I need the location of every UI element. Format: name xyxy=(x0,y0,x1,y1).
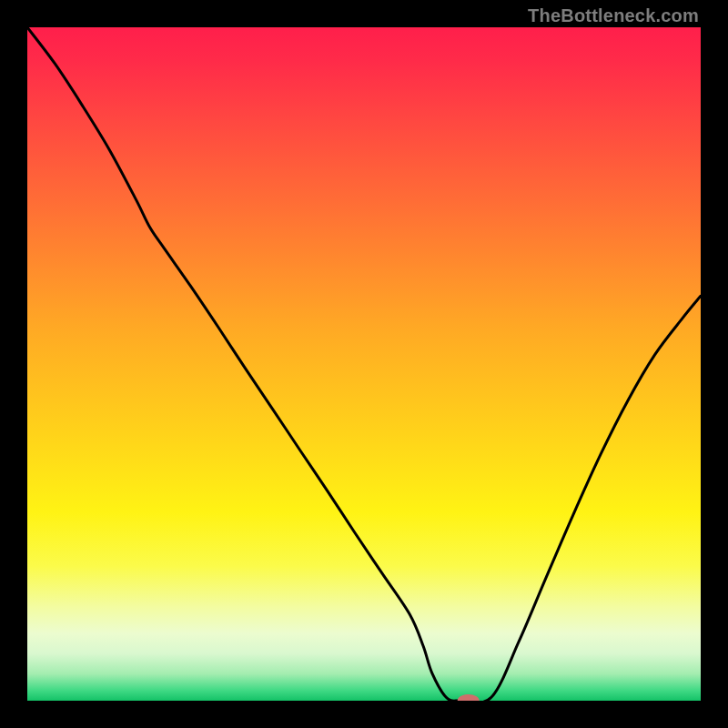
chart-svg xyxy=(27,27,701,701)
plot-area xyxy=(27,27,701,701)
gradient-background xyxy=(27,27,701,701)
chart-frame: TheBottleneck.com xyxy=(0,0,728,728)
watermark-text: TheBottleneck.com xyxy=(528,5,699,26)
